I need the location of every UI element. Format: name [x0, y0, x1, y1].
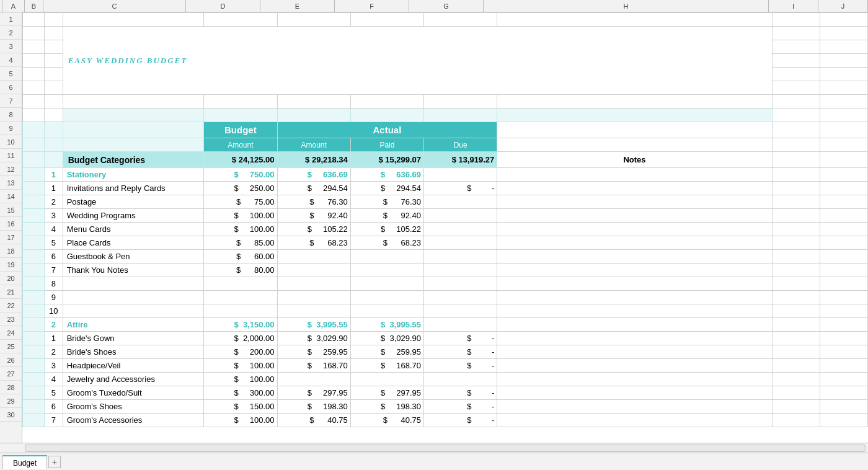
cell-i14[interactable]	[772, 195, 820, 209]
cell-h1[interactable]	[497, 13, 772, 27]
actual-21[interactable]	[277, 291, 350, 304]
cell-i19[interactable]	[772, 264, 820, 277]
due-16[interactable]	[424, 223, 497, 236]
cell-a16[interactable]	[23, 223, 45, 236]
cell-h10[interactable]	[497, 138, 772, 152]
due-15[interactable]	[424, 209, 497, 223]
cell-e7[interactable]	[277, 95, 350, 109]
row-12-stationery[interactable]: 1 Stationery $ 750.00 $ 636.69 $ 636.69	[23, 168, 868, 182]
cell-a20[interactable]	[23, 277, 45, 291]
item-name-20[interactable]	[63, 277, 204, 291]
due-20[interactable]	[424, 277, 497, 291]
cell-i27[interactable]	[772, 373, 820, 386]
cell-j8[interactable]	[820, 109, 867, 122]
notes-15[interactable]	[497, 209, 772, 223]
notes-27[interactable]	[497, 373, 772, 386]
row-26[interactable]: 3 Headpiece/Veil $ 100.00 $ 168.70 $ 168…	[23, 359, 868, 373]
cell-f7[interactable]	[350, 95, 423, 109]
cell-a12[interactable]	[23, 168, 45, 182]
cell-a29[interactable]	[23, 400, 45, 414]
cell-g8[interactable]	[424, 109, 497, 122]
row-23-attire[interactable]: 2 Attire $ 3,150.00 $ 3,995.55 $ 3,995.5…	[23, 318, 868, 332]
cell-h7[interactable]	[497, 95, 772, 109]
cell-i7[interactable]	[772, 95, 820, 109]
cell-a10[interactable]	[23, 138, 45, 152]
notes-30[interactable]	[497, 414, 772, 427]
cell-a1[interactable]	[23, 13, 45, 27]
cell-j14[interactable]	[820, 195, 867, 209]
horizontal-scrollbar[interactable]	[0, 443, 868, 453]
cell-a24[interactable]	[23, 332, 45, 345]
cell-a11[interactable]	[23, 152, 45, 168]
cell-j28[interactable]	[820, 386, 867, 400]
cell-a15[interactable]	[23, 209, 45, 223]
cell-a4[interactable]	[23, 54, 45, 68]
cell-j22[interactable]	[820, 304, 867, 318]
cell-i20[interactable]	[772, 277, 820, 291]
row-15[interactable]: 3 Wedding Programs $ 100.00 $ 92.40 $ 92…	[23, 209, 868, 223]
cell-h8[interactable]	[497, 109, 772, 122]
cat-due-stationery[interactable]	[424, 168, 497, 182]
due-27[interactable]	[424, 373, 497, 386]
row-29[interactable]: 6 Groom's Shoes $ 150.00 $ 198.30 $ 198.…	[23, 400, 868, 414]
cell-i1[interactable]	[772, 13, 820, 27]
cell-a27[interactable]	[23, 373, 45, 386]
cell-b10[interactable]	[44, 138, 63, 152]
due-22[interactable]	[424, 304, 497, 318]
row-18[interactable]: 6 Guestbook & Pen $ 60.00	[23, 250, 868, 264]
cell-a23[interactable]	[23, 318, 45, 332]
cell-j23[interactable]	[820, 318, 867, 332]
row-21[interactable]: 9	[23, 291, 868, 304]
due-18[interactable]	[424, 250, 497, 264]
cell-i8[interactable]	[772, 109, 820, 122]
cell-j16[interactable]	[820, 223, 867, 236]
cell-j27[interactable]	[820, 373, 867, 386]
paid-27[interactable]	[350, 373, 423, 386]
cell-i2[interactable]	[772, 27, 820, 40]
cell-a18[interactable]	[23, 250, 45, 264]
cell-e8[interactable]	[277, 109, 350, 122]
cell-j2[interactable]	[820, 27, 867, 40]
notes-17[interactable]	[497, 236, 772, 250]
cell-c10[interactable]	[63, 138, 204, 152]
notes-28[interactable]	[497, 386, 772, 400]
cell-c9[interactable]	[63, 122, 204, 138]
cell-a28[interactable]	[23, 386, 45, 400]
row-28[interactable]: 5 Groom's Tuxedo/Suit $ 300.00 $ 297.95 …	[23, 386, 868, 400]
cell-f1[interactable]	[350, 13, 423, 27]
notes-25[interactable]	[497, 345, 772, 359]
notes-attire[interactable]	[497, 318, 772, 332]
cell-i23[interactable]	[772, 318, 820, 332]
paid-20[interactable]	[350, 277, 423, 291]
cell-j21[interactable]	[820, 291, 867, 304]
cell-j18[interactable]	[820, 250, 867, 264]
cell-b1[interactable]	[44, 13, 63, 27]
notes-26[interactable]	[497, 359, 772, 373]
cell-b5[interactable]	[44, 68, 63, 81]
notes-22[interactable]	[497, 304, 772, 318]
row-27[interactable]: 4 Jewelry and Accessories $ 100.00	[23, 373, 868, 386]
cell-j3[interactable]	[820, 40, 867, 54]
cell-c8[interactable]	[63, 109, 204, 122]
paid-19[interactable]	[350, 264, 423, 277]
cell-i28[interactable]	[772, 386, 820, 400]
cell-d8[interactable]	[204, 109, 277, 122]
cell-j1[interactable]	[820, 13, 867, 27]
add-sheet-button[interactable]: +	[48, 456, 61, 468]
cell-j15[interactable]	[820, 209, 867, 223]
cell-g1[interactable]	[424, 13, 497, 27]
row-22[interactable]: 10	[23, 304, 868, 318]
notes-14[interactable]	[497, 195, 772, 209]
cell-b11[interactable]	[44, 152, 63, 168]
due-14[interactable]	[424, 195, 497, 209]
row-30[interactable]: 7 Groom's Accessories $ 100.00 $ 40.75 $…	[23, 414, 868, 427]
cell-a13[interactable]	[23, 182, 45, 195]
paid-21[interactable]	[350, 291, 423, 304]
cell-j24[interactable]	[820, 332, 867, 345]
cell-d1[interactable]	[204, 13, 277, 27]
cell-a25[interactable]	[23, 345, 45, 359]
cell-a2[interactable]	[23, 27, 45, 40]
budget-21[interactable]	[204, 291, 277, 304]
due-17[interactable]	[424, 236, 497, 250]
cell-i18[interactable]	[772, 250, 820, 264]
